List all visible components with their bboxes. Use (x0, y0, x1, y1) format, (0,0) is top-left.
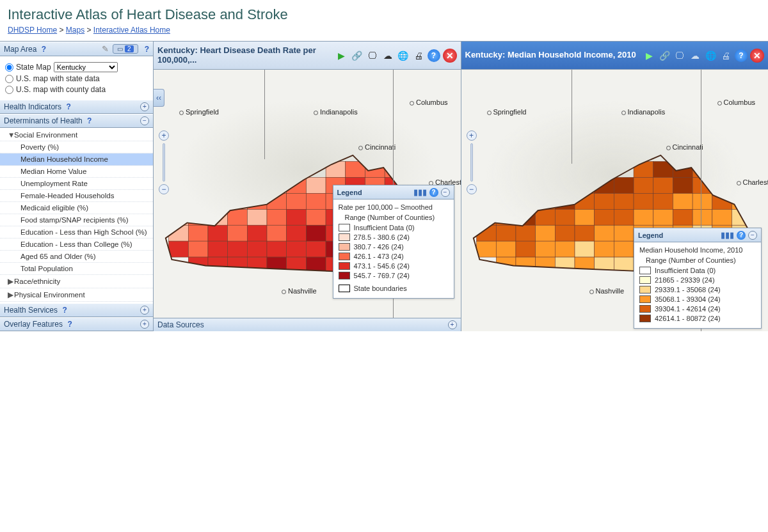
svg-rect-145 (536, 241, 556, 257)
help-icon[interactable]: ? (42, 45, 46, 54)
zoom-in-icon[interactable]: + (467, 130, 477, 141)
data-sources-bar-left[interactable]: Data Sources + (154, 318, 461, 331)
tree-group-social[interactable]: ▼Social Environment (0, 129, 153, 141)
crumb-atlas[interactable]: Interactive Atlas Home (93, 26, 170, 35)
crumb-maps[interactable]: Maps (66, 26, 84, 35)
link-icon[interactable]: 🔗 (658, 49, 671, 62)
print-icon[interactable]: 🖨 (412, 49, 425, 62)
globe-icon[interactable]: 🌐 (397, 49, 410, 62)
panel-map-area-header[interactable]: Map Area ? ✎ ▭2 ? (0, 42, 153, 56)
map-left-canvas[interactable]: ‹‹ + − SpringfieldIndianapolisColumbusCi… (154, 70, 461, 318)
map-count-toggle[interactable]: ▭2 (113, 44, 138, 54)
legend-row: 473.1 - 545.6 (24) (339, 262, 449, 270)
svg-rect-147 (575, 241, 595, 257)
svg-rect-0 (326, 161, 346, 177)
help-icon[interactable]: ? (735, 49, 748, 62)
tree-item-female-headed-households[interactable]: Female-Headed Households (0, 190, 153, 202)
sidebar-collapse-icon[interactable]: ‹‹ (154, 89, 164, 107)
tree-group-race[interactable]: ▶Race/ethnicity (0, 275, 153, 288)
tree-item-median-home-value[interactable]: Median Home Value (0, 166, 153, 178)
collapse-icon[interactable]: − (441, 188, 450, 197)
help-icon[interactable]: ? (145, 45, 149, 54)
panel-determinants-header[interactable]: Determinants of Health ? − (0, 114, 153, 128)
help-icon[interactable]: ? (66, 102, 70, 111)
legend-subtitle: Rate per 100,000 – Smoothed (339, 203, 449, 211)
svg-rect-88 (732, 161, 751, 177)
capture-icon[interactable]: 🖵 (366, 49, 379, 62)
close-icon[interactable]: ✕ (443, 49, 457, 63)
print-icon[interactable]: 🖨 (719, 49, 732, 62)
svg-rect-134 (595, 225, 614, 241)
legend-row: 380.7 - 426 (24) (339, 243, 449, 251)
tree-item-total-population[interactable]: Total Population (0, 263, 153, 275)
panel-overlay-header[interactable]: Overlay Features ? + (0, 317, 153, 331)
help-icon[interactable]: ? (62, 306, 67, 315)
svg-rect-158 (536, 257, 556, 273)
expand-icon[interactable]: + (140, 320, 149, 329)
panel-health-services-header[interactable]: Health Services ? + (0, 303, 153, 317)
svg-rect-117 (536, 209, 556, 225)
legend-row: 278.5 - 380.6 (24) (339, 233, 449, 241)
capture-icon[interactable]: 🖵 (673, 49, 686, 62)
help-icon[interactable]: ? (428, 49, 440, 62)
radio-us-county[interactable] (5, 86, 13, 94)
svg-rect-98 (712, 177, 732, 193)
city-label-nashville: Nashville (589, 287, 625, 295)
play-icon[interactable]: ▶ (335, 49, 348, 62)
radio-us-state[interactable] (5, 75, 13, 83)
close-icon[interactable]: ✕ (750, 49, 764, 63)
expand-icon[interactable]: + (140, 102, 149, 111)
tree-item-education-less-than-high-school[interactable]: Education - Less than High School (%) (0, 226, 153, 239)
globe-icon[interactable]: 🌐 (704, 49, 717, 62)
tree-item-food-stamp-snap-recipients[interactable]: Food stamp/SNAP recipients (%) (0, 214, 153, 226)
tree-item-median-household-income[interactable]: Median Household Income (0, 153, 153, 166)
gear-icon[interactable]: ✎ (102, 44, 109, 54)
label-state-map: State Map (16, 63, 51, 72)
city-label-cincinnati: Cincinnati (666, 143, 703, 151)
svg-rect-63 (248, 241, 268, 257)
state-select[interactable]: Kentucky (54, 62, 118, 72)
play-icon[interactable]: ▶ (643, 49, 655, 62)
svg-rect-100 (476, 193, 496, 209)
zoom-in-icon[interactable]: + (159, 130, 169, 141)
tree-item-poverty[interactable]: Poverty (%) (0, 141, 153, 153)
legend-row: 35068.1 - 39304 (24) (639, 295, 756, 303)
svg-rect-24 (307, 193, 326, 209)
svg-rect-52 (307, 225, 326, 241)
svg-rect-23 (287, 193, 307, 209)
expand-icon[interactable]: + (448, 320, 457, 329)
layers-icon[interactable]: ☁ (381, 49, 394, 62)
collapse-icon[interactable]: − (140, 116, 149, 125)
chart-icon[interactable]: ▮▮▮ (413, 187, 427, 197)
chart-icon[interactable]: ▮▮▮ (721, 230, 734, 240)
radio-state-map[interactable] (5, 63, 13, 72)
crumb-home[interactable]: DHDSP Home (8, 26, 57, 35)
map-right-canvas[interactable]: + − SpringfieldIndianapolisColumbusCinci… (461, 70, 769, 331)
tree-item-medicaid-eligible[interactable]: Medicaid eligible (%) (0, 202, 153, 214)
svg-rect-76 (248, 257, 268, 273)
svg-rect-109 (653, 193, 673, 209)
help-icon[interactable]: ? (67, 320, 72, 329)
tree-item-unemployment-rate[interactable]: Unemployment Rate (0, 178, 153, 190)
map-right-titlebar: Kentucky: Median Household Income, 2010 … (461, 42, 769, 70)
help-icon[interactable]: ? (87, 116, 92, 125)
panel-health-services-title: Health Services (4, 306, 58, 315)
panel-map-area-body: State Map Kentucky U.S. map with state d… (0, 56, 153, 100)
svg-rect-51 (287, 225, 307, 241)
tree-group-physical[interactable]: ▶Physical Environment (0, 288, 153, 302)
layers-icon[interactable]: ☁ (689, 49, 701, 62)
help-icon[interactable]: ? (429, 188, 438, 197)
svg-rect-50 (267, 225, 287, 241)
link-icon[interactable]: 🔗 (351, 49, 364, 62)
collapse-icon[interactable]: − (748, 231, 757, 240)
panel-health-indicators-header[interactable]: Health Indicators ? + (0, 100, 153, 114)
tree-item-aged-65-and-older[interactable]: Aged 65 and Older (%) (0, 251, 153, 263)
svg-rect-65 (287, 241, 307, 257)
help-icon[interactable]: ? (737, 231, 746, 240)
svg-rect-108 (634, 193, 653, 209)
svg-rect-105 (575, 193, 595, 209)
panel-determinants-title: Determinants of Health (4, 116, 83, 125)
tree-item-education-less-than-college[interactable]: Education - Less than College (%) (0, 239, 153, 251)
expand-icon[interactable]: + (140, 306, 149, 315)
breadcrumb: DHDSP Home > Maps > Interactive Atlas Ho… (8, 26, 768, 35)
